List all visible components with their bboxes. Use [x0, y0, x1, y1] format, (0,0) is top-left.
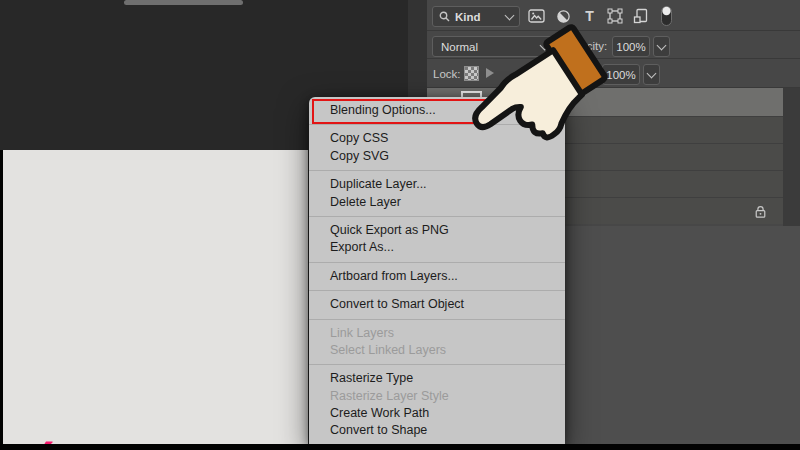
lock-row: Lock: Fill: 100%	[427, 59, 800, 88]
menu-separator	[309, 290, 565, 291]
fill-dropdown-button[interactable]	[643, 64, 660, 85]
menu-item-quick-export-png[interactable]: Quick Export as PNG	[309, 222, 565, 239]
lock-label: Lock:	[433, 68, 461, 80]
menu-separator	[309, 364, 565, 365]
menu-item-create-work-path[interactable]: Create Work Path	[309, 405, 565, 422]
layer-context-menu: Blending Options... Copy CSS Copy SVG Du…	[309, 97, 565, 444]
menu-item-copy-svg[interactable]: Copy SVG	[309, 148, 565, 165]
smart-object-filter-icon[interactable]	[633, 8, 649, 24]
chevron-down-icon	[647, 68, 657, 78]
opacity-value-field[interactable]: 100%	[612, 36, 650, 57]
fill-value-field[interactable]: 100%	[602, 64, 640, 85]
annotation-highlight-box	[312, 99, 487, 124]
opacity-dropdown-button[interactable]	[653, 36, 670, 57]
menu-item-export-as[interactable]: Export As...	[309, 239, 565, 256]
svg-text:T: T	[585, 9, 594, 23]
menu-item-delete-layer[interactable]: Delete Layer	[309, 194, 565, 211]
menu-item-link-layers: Link Layers	[309, 325, 565, 342]
menu-separator	[309, 124, 565, 125]
layers-filter-row: Kind	[427, 0, 800, 31]
opacity-value: 100%	[616, 41, 645, 53]
chevron-down-icon	[540, 40, 550, 50]
menu-separator	[309, 319, 565, 320]
canvas-edge-strip	[0, 150, 3, 444]
layer-filter-icons: T	[526, 5, 673, 27]
chevron-down-icon	[657, 40, 667, 50]
artboard-document: gắn	[3, 150, 308, 444]
photoshop-screenshot: gắn Kind	[0, 0, 800, 450]
shape-layer-filter-icon[interactable]	[607, 8, 623, 24]
menu-item-convert-to-shape[interactable]: Convert to Shape	[309, 422, 565, 439]
lock-transparency-button[interactable]	[464, 66, 479, 81]
menu-separator	[309, 216, 565, 217]
menu-item-rasterize-type[interactable]: Rasterize Type	[309, 370, 565, 387]
layer-list-gutter	[783, 88, 800, 226]
menu-item-convert-to-smart-object[interactable]: Convert to Smart Object	[309, 296, 565, 313]
menu-separator	[309, 170, 565, 171]
screen-bottom-strip	[0, 444, 800, 450]
menu-item-copy-css[interactable]: Copy CSS	[309, 130, 565, 147]
menu-item-select-linked-layers: Select Linked Layers	[309, 342, 565, 359]
opacity-label: Opacity:	[565, 40, 607, 52]
blend-mode-dropdown[interactable]: Normal	[432, 36, 557, 57]
layer-lock-icon	[754, 205, 767, 223]
search-icon	[439, 11, 450, 22]
type-layer-filter-icon[interactable]: T	[583, 9, 596, 23]
menu-item-rasterize-layer-style: Rasterize Layer Style	[309, 388, 565, 405]
horizontal-scrollbar-thumb[interactable]	[124, 0, 243, 5]
chevron-down-icon	[505, 10, 515, 20]
fill-value: 100%	[606, 69, 635, 81]
menu-item-duplicate-layer[interactable]: Duplicate Layer...	[309, 176, 565, 193]
fill-label: Fill:	[583, 69, 601, 81]
pixel-layer-filter-icon[interactable]	[528, 9, 545, 23]
kind-filter-dropdown[interactable]: Kind	[432, 6, 520, 27]
kind-filter-label: Kind	[455, 11, 481, 23]
blend-mode-row: Normal Opacity: 100%	[427, 31, 800, 59]
filter-toggle-switch[interactable]	[660, 5, 673, 27]
menu-separator	[309, 262, 565, 263]
menu-item-artboard-from-layers[interactable]: Artboard from Layers...	[309, 268, 565, 285]
blend-mode-value: Normal	[441, 41, 478, 53]
adjustment-layer-filter-icon[interactable]	[556, 9, 571, 24]
lock-position-icon[interactable]	[486, 68, 494, 78]
